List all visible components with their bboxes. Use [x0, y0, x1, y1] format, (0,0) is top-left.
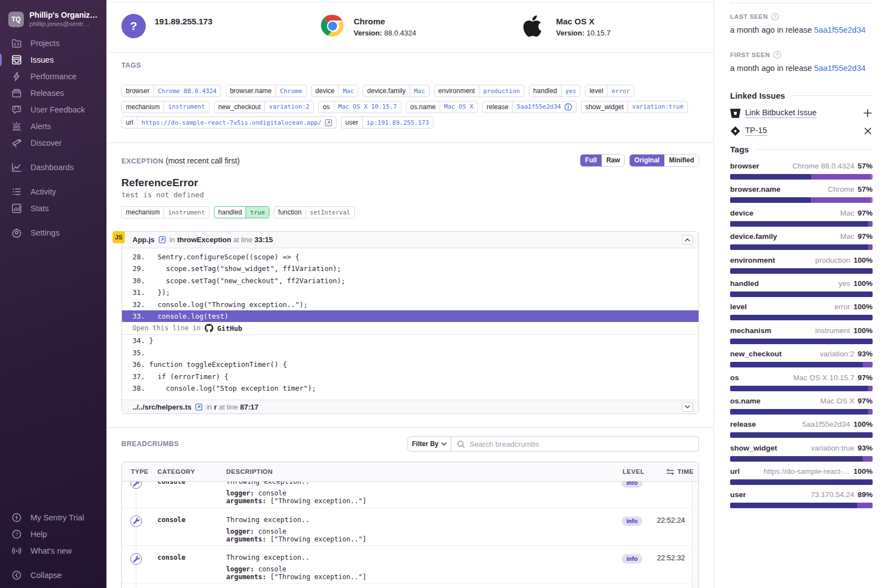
context-item: Mac OS XVersion: 10.15.7 — [523, 14, 699, 52]
sidebar-item-help[interactable]: ?Help — [0, 526, 106, 543]
sidebar-item-activity[interactable]: Activity — [0, 183, 106, 200]
tag-value-link[interactable]: ip:191.89.255.173 — [362, 117, 433, 128]
tag-value-link[interactable]: Mac — [410, 85, 429, 96]
tag-key: url — [122, 117, 137, 128]
sidebar-item-label: Releases — [30, 89, 64, 98]
tag-distribution-mechanism[interactable]: mechanism instrument 100% — [730, 326, 873, 344]
issue-event-main: ? 191.89.255.173 ChromeVersion: 88.0.432… — [106, 0, 713, 588]
sidebar-item-discover[interactable]: Discover — [0, 135, 106, 151]
tag-value-link[interactable]: 5aa1f55e2d34 — [512, 101, 575, 113]
toggle-full-button[interactable]: Full — [580, 155, 601, 166]
tag-distribution-release[interactable]: release 5aa1f55e2d34 100% — [730, 420, 873, 438]
tag-distribution-user[interactable]: user 73.170.54.24 89% — [730, 490, 873, 508]
tag-value-link[interactable]: error — [607, 85, 634, 96]
tag-distribution-new_checkout[interactable]: new_checkout variation:2 93% — [730, 350, 873, 367]
tag-distribution-handled[interactable]: handled yes 100% — [730, 279, 873, 297]
info-icon[interactable] — [564, 103, 572, 111]
breadcrumb-description: Throwing exception.. — [226, 482, 621, 485]
toggle-minified-button[interactable]: Minified — [664, 155, 699, 166]
tag-value-link[interactable]: Mac — [338, 85, 358, 96]
tag-key: new_checkout — [215, 101, 265, 113]
breadcrumbs-scrollbar[interactable] — [692, 482, 699, 588]
last-seen-release-link[interactable]: 5aa1f55e2d34 — [814, 25, 866, 34]
question-circle-icon[interactable]: ? — [771, 13, 779, 21]
breadcrumb-meta: logger: consolearguments: ["Throwing exc… — [226, 528, 621, 543]
sidebar-item-my-sentry-trial[interactable]: My Sentry Trial — [0, 509, 106, 526]
tag-value-link[interactable]: yes — [561, 85, 580, 96]
sidebar-item-user-feedback[interactable]: User Feedback — [0, 101, 106, 118]
code-line: 35. — [122, 347, 699, 359]
sidebar-collapse-button[interactable]: Collapse — [0, 567, 106, 584]
tag-value-link[interactable]: Chrome 88.0.4324 — [154, 85, 221, 96]
tag-top-value: Mac OS X — [820, 397, 854, 405]
sidebar-item-releases[interactable]: Releases — [0, 85, 106, 101]
tag-value-link[interactable]: Mac OS X 10.15.7 — [334, 101, 401, 113]
tag-distribution-browser.name[interactable]: browser.name Chrome 57% — [730, 185, 873, 203]
breadcrumbs-search-input[interactable] — [470, 440, 693, 448]
external-link-icon[interactable] — [325, 119, 332, 126]
sidebar-item-settings[interactable]: Settings — [0, 224, 106, 241]
sidebar-item-issues[interactable]: Issues — [0, 52, 106, 68]
sidebar-footer-nav: My Sentry Trial?HelpWhat's newCollapse — [0, 509, 106, 588]
tag-distribution-show_widget[interactable]: show_widget variation:true 93% — [730, 444, 873, 462]
linked-issue-link[interactable]: TP-15 — [745, 126, 767, 136]
tag-distribution-level[interactable]: level error 100% — [730, 303, 873, 320]
tag-value-link[interactable]: https://do-sample-react-7v5is.ondigitalo… — [137, 117, 336, 128]
sidebar-item-label: Discover — [30, 139, 62, 147]
last-seen-ago: a month ago — [730, 25, 775, 34]
sidebar-item-performance[interactable]: Performance — [0, 68, 106, 85]
breadcrumb-row[interactable]: console Throwing exception..logger: cons… — [122, 508, 692, 546]
exception-section: EXCEPTION (most recent call first) FullR… — [106, 142, 713, 427]
open-file-external-link-icon[interactable] — [159, 236, 166, 243]
tag-value-link[interactable]: variation:true — [628, 101, 687, 113]
open-file-external-link-icon[interactable] — [195, 403, 202, 411]
toggle-raw-button[interactable]: Raw — [601, 155, 625, 166]
linked-issue-action[interactable] — [863, 126, 873, 136]
question-circle-icon[interactable]: ? — [773, 51, 781, 59]
tag-value-link[interactable]: instrument — [164, 101, 208, 113]
tag-distribution-os.name[interactable]: os.name Mac OS X 97% — [730, 397, 873, 415]
tag-distribution-bar — [730, 409, 873, 415]
first-seen-release-link[interactable]: 5aa1f55e2d34 — [814, 64, 866, 73]
stack-frame-header[interactable]: App.js in throwException at line 33:15 — [122, 232, 699, 248]
tag-top-value: variation:2 — [820, 350, 854, 358]
tag-value-link[interactable]: production — [479, 85, 524, 96]
tag-distribution-environment[interactable]: environment production 100% — [730, 256, 873, 274]
sidebar-item-projects[interactable]: Projects — [0, 35, 106, 52]
breadcrumbs-filter-button[interactable]: Filter By — [407, 436, 451, 452]
collapse-frame-button[interactable] — [682, 235, 693, 244]
toggle-original-button[interactable]: Original — [630, 155, 664, 166]
sidebar-item-what-s-new[interactable]: What's new — [0, 543, 106, 559]
sidebar-item-alerts[interactable]: Alerts — [0, 118, 106, 135]
tag-distribution-url[interactable]: url https://do-sample-react-… 100% — [730, 467, 873, 485]
breadcrumb-description: Throwing exception.. — [226, 514, 621, 524]
tag-distribution-bar — [730, 479, 873, 485]
linked-issue-row: Link Bitbucket Issue — [730, 104, 873, 122]
breadcrumb-row[interactable] — [122, 584, 692, 588]
trial-icon — [12, 513, 22, 523]
sidebar-item-label: Dashboards — [30, 163, 74, 172]
tag-pill-level: levelerror — [585, 85, 634, 97]
breadcrumb-row[interactable]: console Throwing exception..logger: cons… — [122, 546, 692, 584]
column-header-time[interactable]: TIME — [658, 468, 699, 475]
search-icon — [457, 440, 465, 448]
collapsed-stack-frame[interactable]: ../../src/helpers.ts in r at line 87:17 — [122, 400, 699, 413]
sidebar-item-stats[interactable]: Stats — [0, 200, 106, 217]
tag-value-link[interactable]: Mac OS X — [440, 101, 477, 113]
frame-at-line-label: at line — [219, 403, 238, 411]
tag-distribution-device.family[interactable]: device.family Mac 97% — [730, 232, 873, 250]
tag-value-link[interactable]: Chrome — [276, 85, 306, 96]
tag-key: device — [312, 85, 339, 96]
code-line-highlighted: 33. console.log(test) — [122, 310, 699, 322]
tag-distribution-browser[interactable]: browser Chrome 88.0.4324 57% — [730, 162, 873, 180]
tag-value-link[interactable]: variation:2 — [264, 101, 313, 113]
expand-frame-button[interactable] — [682, 402, 693, 412]
open-line-in-github[interactable]: Open this line inGitHub — [122, 322, 699, 335]
linked-issue-action[interactable] — [863, 108, 873, 118]
breadcrumb-row[interactable]: console Throwing exception..logger: cons… — [122, 482, 692, 508]
tag-distribution-os[interactable]: os Mac OS X 10.15.7 97% — [730, 374, 873, 391]
linked-issue-link[interactable]: Link Bitbucket Issue — [745, 108, 817, 118]
org-switcher[interactable]: TQ Phillip's Organiz… phillip.jones@sent… — [0, 0, 106, 28]
tag-distribution-device[interactable]: device Mac 97% — [730, 209, 873, 227]
sidebar-item-dashboards[interactable]: Dashboards — [0, 159, 106, 176]
